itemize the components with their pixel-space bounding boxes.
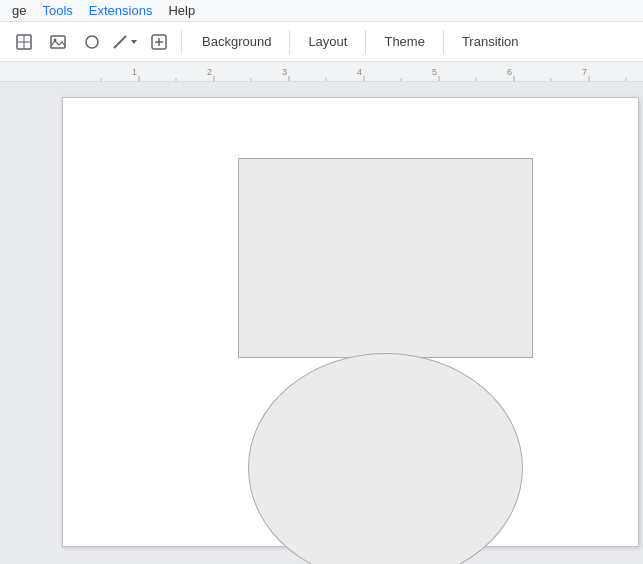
svg-point-5 <box>86 36 98 48</box>
slide-canvas[interactable] <box>62 82 643 564</box>
slide-page <box>62 97 639 547</box>
toolbar-sep-2 <box>365 30 366 54</box>
svg-rect-11 <box>0 62 643 82</box>
line-tool-button[interactable] <box>110 26 141 58</box>
layout-button[interactable]: Layout <box>294 28 361 55</box>
ruler-svg: 1 2 3 4 5 6 7 <box>0 62 643 82</box>
menu-ge[interactable]: ge <box>4 1 34 20</box>
add-button[interactable] <box>143 26 175 58</box>
main-area <box>0 82 643 564</box>
menu-help[interactable]: Help <box>160 1 203 20</box>
select-tool-button[interactable] <box>8 26 40 58</box>
svg-text:6: 6 <box>507 67 512 77</box>
svg-text:4: 4 <box>357 67 362 77</box>
svg-text:3: 3 <box>282 67 287 77</box>
rectangle-shape[interactable] <box>238 158 533 358</box>
svg-text:1: 1 <box>132 67 137 77</box>
toolbar: Background Layout Theme Transition <box>0 22 643 62</box>
toolbar-sep-3 <box>443 30 444 54</box>
left-margin <box>0 82 62 564</box>
transition-button[interactable]: Transition <box>448 28 533 55</box>
circle-shape[interactable] <box>248 353 523 564</box>
shapes-tool-button[interactable] <box>76 26 108 58</box>
image-tool-button[interactable] <box>42 26 74 58</box>
background-button[interactable]: Background <box>188 28 285 55</box>
svg-text:2: 2 <box>207 67 212 77</box>
toolbar-sep-1 <box>289 30 290 54</box>
ruler: 1 2 3 4 5 6 7 <box>0 62 643 82</box>
svg-text:5: 5 <box>432 67 437 77</box>
svg-rect-3 <box>51 36 65 48</box>
svg-text:7: 7 <box>582 67 587 77</box>
menu-tools[interactable]: Tools <box>34 1 80 20</box>
svg-line-6 <box>114 36 126 48</box>
menu-extensions[interactable]: Extensions <box>81 1 161 20</box>
toolbar-divider <box>181 30 182 54</box>
theme-button[interactable]: Theme <box>370 28 438 55</box>
menu-bar: ge Tools Extensions Help <box>0 0 643 22</box>
svg-marker-7 <box>131 40 137 44</box>
